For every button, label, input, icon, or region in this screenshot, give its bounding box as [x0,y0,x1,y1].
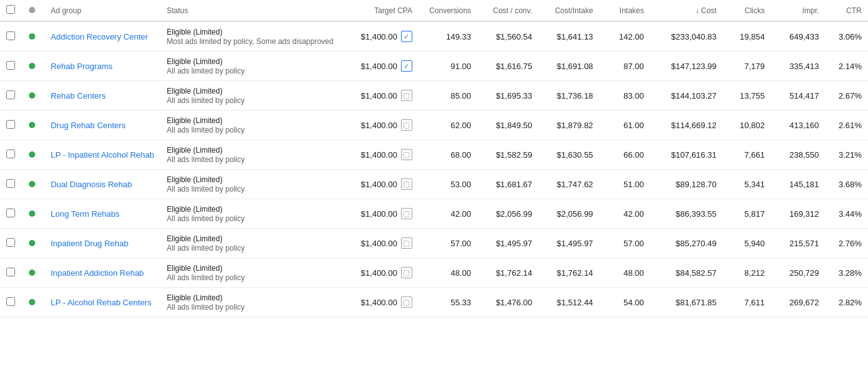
row-conversions: 149.33 [419,21,478,52]
row-checkbox[interactable] [6,90,15,99]
row-checkbox[interactable] [6,31,15,40]
ad-group-name-cell[interactable]: Inpatient Addiction Rehab [45,258,161,288]
row-status-dot [29,210,35,217]
row-intakes: 57.00 [600,229,651,258]
row-checkbox[interactable] [6,120,15,129]
row-conversions: 48.00 [419,258,478,288]
row-status-primary: Eligible (Limited) [167,116,222,125]
row-checkbox-cell [0,199,23,229]
row-status-dot-cell [23,140,45,170]
row-cost-per-conv: $1,582.59 [478,140,539,170]
row-checkbox-cell [0,111,23,140]
row-impressions: 215,571 [771,229,825,258]
col-header-conversions[interactable]: Conversions [419,0,478,21]
target-cpa-box-icon[interactable]: ▢ [401,297,412,308]
row-intakes: 48.00 [600,258,651,288]
ad-group-name-cell[interactable]: Drug Rehab Centers [45,111,161,140]
row-status-dot [29,122,35,128]
row-checkbox[interactable] [6,179,15,188]
row-status-secondary: Most ads limited by policy, Some ads dis… [167,37,333,46]
col-header-cost-per-conv[interactable]: Cost / conv. [478,0,539,21]
row-checkbox[interactable] [6,238,15,247]
col-header-ctr[interactable]: CTR [825,0,868,21]
ad-group-link[interactable]: LP - Inpatient Alcohol Rehab [51,150,155,160]
col-header-cost[interactable]: ↓Cost [651,0,723,21]
ad-group-name-cell[interactable]: Addiction Recovery Center [45,21,161,52]
header-status-dot [29,7,35,13]
col-header-target-cpa[interactable]: Target CPA [339,0,418,21]
target-cpa-box-icon[interactable]: ▢ [401,237,412,249]
row-target-cpa-cell: $1,400.00▢ [339,288,418,317]
row-status-cell: Eligible (Limited)All ads limited by pol… [160,111,339,140]
row-status-secondary: All ads limited by policy [167,67,244,75]
target-cpa-box-icon[interactable]: ▢ [401,90,412,101]
target-cpa-box-icon[interactable]: ▢ [401,149,412,160]
target-cpa-check-icon[interactable]: ✓ [401,31,412,42]
row-status-dot [29,270,35,276]
col-header-intakes[interactable]: Intakes [600,0,651,21]
ad-group-name-cell[interactable]: LP - Inpatient Alcohol Rehab [45,140,161,170]
row-cost: $144,103.27 [651,81,723,111]
row-clicks: 5,341 [723,170,771,199]
row-status-cell: Eligible (Limited)All ads limited by pol… [160,81,339,111]
ad-group-name-cell[interactable]: Long Term Rehabs [45,199,161,229]
row-status-cell: Eligible (Limited)Most ads limited by po… [160,21,339,52]
row-status-primary: Eligible (Limited) [167,28,222,36]
row-checkbox[interactable] [6,61,15,70]
ad-group-link[interactable]: Long Term Rehabs [51,209,155,219]
row-status-secondary: All ads limited by policy [167,185,244,194]
cost-sort-icon: ↓ [695,6,699,15]
row-ctr: 2.82% [825,288,868,317]
row-ctr: 3.44% [825,199,868,229]
table-row: Drug Rehab CentersEligible (Limited)All … [0,111,868,140]
ad-group-link[interactable]: Dual Diagnosis Rehab [51,180,155,189]
ad-group-name-cell[interactable]: Inpatient Drug Rehab [45,229,161,258]
row-cost: $86,393.55 [651,199,723,229]
target-cpa-box-icon[interactable]: ▢ [401,178,412,190]
table-row: LP - Inpatient Alcohol RehabEligible (Li… [0,140,868,170]
row-checkbox[interactable] [6,268,15,276]
col-header-clicks[interactable]: Clicks [723,0,771,21]
col-header-status[interactable]: Status [160,0,339,21]
row-clicks: 7,611 [723,288,771,317]
row-cost-per-conv: $1,495.97 [478,229,539,258]
ad-group-link[interactable]: Drug Rehab Centers [51,121,155,130]
row-cost-per-intake: $1,512.44 [539,288,600,317]
row-checkbox[interactable] [6,297,15,306]
row-checkbox[interactable] [6,209,15,217]
row-cost: $85,270.49 [651,229,723,258]
ad-group-link[interactable]: LP - Alcohol Rehab Centers [51,298,155,307]
row-status-primary: Eligible (Limited) [167,175,222,184]
row-status-dot-cell [23,170,45,199]
row-checkbox-cell [0,21,23,52]
row-cost-per-conv: $1,560.54 [478,21,539,52]
col-header-impr[interactable]: Impr. [771,0,825,21]
ad-group-link[interactable]: Addiction Recovery Center [51,32,155,41]
select-all-header [0,0,23,21]
row-impressions: 145,181 [771,170,825,199]
col-header-cost-per-intake[interactable]: Cost/Intake [539,0,600,21]
row-status-dot-cell [23,111,45,140]
ad-group-name-cell[interactable]: LP - Alcohol Rehab Centers [45,288,161,317]
ad-group-link[interactable]: Rehab Programs [51,62,155,71]
ad-group-link[interactable]: Rehab Centers [51,91,155,101]
row-cost-per-intake: $1,691.08 [539,52,600,81]
row-ctr: 2.14% [825,52,868,81]
select-all-checkbox[interactable] [6,5,15,14]
row-cost: $114,669.12 [651,111,723,140]
ad-group-link[interactable]: Inpatient Drug Rehab [51,239,155,248]
row-status-secondary: All ads limited by policy [167,273,244,282]
ad-group-name-cell[interactable]: Rehab Programs [45,52,161,81]
ad-group-link[interactable]: Inpatient Addiction Rehab [51,268,155,278]
ad-group-name-cell[interactable]: Dual Diagnosis Rehab [45,170,161,199]
target-cpa-box-icon[interactable]: ▢ [401,208,412,219]
row-cost-per-intake: $1,495.97 [539,229,600,258]
ad-group-name-cell[interactable]: Rehab Centers [45,81,161,111]
target-cpa-box-icon[interactable]: ▢ [401,119,412,131]
row-status-primary: Eligible (Limited) [167,234,222,243]
row-status-dot-cell [23,288,45,317]
col-header-adgroup[interactable]: Ad group [45,0,161,21]
target-cpa-check-icon[interactable]: ✓ [401,60,412,72]
row-checkbox[interactable] [6,150,15,158]
target-cpa-box-icon[interactable]: ▢ [401,267,412,278]
